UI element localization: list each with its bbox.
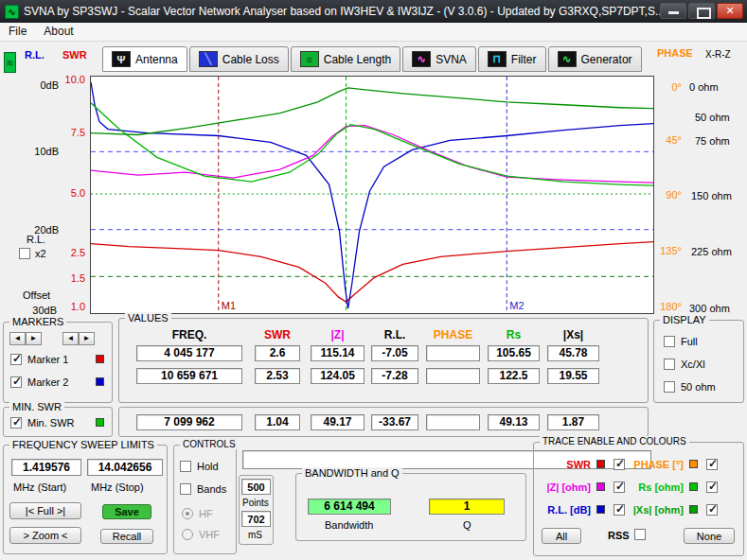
- marker1-label: Marker 1: [27, 354, 68, 365]
- trace-z-swatch[interactable]: [596, 482, 605, 491]
- trace-z-label: |Z| [ohm]: [538, 481, 591, 493]
- values-header-rl: R.L.: [371, 328, 418, 341]
- menu-file[interactable]: File: [0, 23, 35, 41]
- trace-plot: M1M2: [91, 77, 653, 313]
- zoom-button[interactable]: > Zoom <: [9, 527, 81, 544]
- values-header-phase: PHASE: [426, 328, 480, 341]
- rss-checkbox[interactable]: [634, 529, 646, 540]
- marker1-next-icon[interactable]: ►: [26, 332, 42, 345]
- display-xcxl-checkbox[interactable]: [664, 359, 675, 370]
- x2-checkbox[interactable]: [19, 248, 30, 259]
- app-icon: ∿: [5, 5, 19, 19]
- trace-phase-swatch[interactable]: [689, 460, 698, 468]
- db-tick-10: 10dB: [30, 146, 59, 157]
- bands-checkbox[interactable]: [180, 483, 191, 495]
- trace-phase-checkbox[interactable]: [706, 459, 718, 470]
- trace-xs-label: |Xs| [ohm]: [627, 504, 684, 516]
- db-tick-0: 0dB: [30, 79, 59, 91]
- tab-cable-loss[interactable]: ╲ Cable Loss: [189, 46, 289, 72]
- marker1-prev-icon[interactable]: ◄: [9, 332, 26, 345]
- min-swr-checkbox[interactable]: [10, 417, 22, 429]
- trace-enable-group: TRACE ENABLE AND COLOURS SWR PHASE [°] |…: [533, 442, 744, 556]
- min-swr-swr-value: 1.04: [255, 414, 300, 430]
- hold-label: Hold: [197, 461, 219, 472]
- swr-tick-1-5: 1.5: [59, 272, 85, 284]
- tab-svna[interactable]: ∿ SVNA: [402, 46, 476, 72]
- min-swr-values-group: 7 099 962 1.04 49.17 -33.67 49.13 1.87: [118, 407, 649, 437]
- tab-generator-label: Generator: [581, 53, 632, 66]
- swr-tick-5: 5.0: [59, 187, 85, 199]
- marker1-rs-value: 105.65: [488, 345, 540, 361]
- tab-cable-length[interactable]: ≡ Cable Length: [291, 46, 400, 72]
- trace-xs-checkbox[interactable]: [706, 504, 718, 516]
- sweep-limits-group: FREQUENCY SWEEP LIMITS MHz (Start) MHz (…: [3, 445, 168, 554]
- tab-svna-label: SVNA: [436, 53, 467, 66]
- values-header-xs: |Xs|: [547, 328, 599, 341]
- min-swr-group: MIN. SWR Min. SWR: [3, 407, 113, 437]
- display-50ohm-checkbox[interactable]: [664, 381, 675, 393]
- full-span-button[interactable]: |< Full >|: [9, 502, 81, 519]
- freq-stop-input[interactable]: [87, 459, 163, 476]
- svg-text:M1: M1: [222, 300, 236, 311]
- marker1-freq-value: 4 045 177: [136, 345, 242, 361]
- phase-tick-180: 180°: [655, 301, 682, 312]
- marker2-swr-value: 2.53: [255, 368, 300, 384]
- hf-radio[interactable]: [182, 508, 193, 519]
- trace-swr-swatch[interactable]: [596, 460, 605, 468]
- points-input[interactable]: [241, 479, 271, 495]
- trace-z-checkbox[interactable]: [614, 481, 625, 493]
- trace-phase-label: PHASE [°]: [627, 459, 684, 470]
- menu-about[interactable]: About: [35, 23, 81, 41]
- tab-antenna[interactable]: Ψ Antenna: [102, 46, 187, 72]
- marker2-freq-value: 10 659 671: [136, 368, 242, 384]
- trace-xs-swatch[interactable]: [689, 505, 698, 514]
- recall-button[interactable]: Recall: [100, 529, 153, 544]
- mini-chart-icon: ≋: [4, 52, 16, 73]
- marker1-z-value: 115.14: [311, 345, 365, 361]
- trace-rl-checkbox[interactable]: [614, 504, 625, 516]
- close-icon[interactable]: [717, 3, 743, 19]
- marker2-next-icon[interactable]: ►: [79, 332, 95, 345]
- min-swr-group-title: MIN. SWR: [9, 401, 64, 412]
- minimize-icon[interactable]: [660, 3, 686, 19]
- freq-start-input[interactable]: [11, 459, 81, 476]
- tab-filter[interactable]: ⊓ Filter: [478, 46, 546, 72]
- save-button[interactable]: Save: [102, 504, 151, 519]
- offset-label: Offset: [23, 289, 50, 301]
- maximize-icon[interactable]: [688, 3, 715, 19]
- sweep-time-unit-label: mS: [248, 530, 262, 540]
- generator-icon: ∿: [558, 51, 577, 67]
- marker1-checkbox[interactable]: [10, 354, 22, 365]
- trace-rl-swatch[interactable]: [596, 505, 605, 514]
- q-label: Q: [463, 519, 471, 531]
- marker2-rl-value: -7.28: [371, 368, 418, 384]
- trace-rs-checkbox[interactable]: [706, 481, 718, 493]
- trace-none-button[interactable]: None: [684, 528, 735, 544]
- trace-rl-label: R.L. [dB]: [538, 504, 591, 516]
- phase-tick-135: 135°: [655, 245, 682, 256]
- marker2-checkbox[interactable]: [10, 376, 22, 388]
- trace-swr-checkbox[interactable]: [614, 459, 625, 470]
- sweep-time-input[interactable]: [241, 511, 271, 527]
- right-axis-phase-label: PHASE: [657, 47, 693, 59]
- marker1-xs-value: 45.78: [547, 345, 599, 361]
- ohm-tick-0: 0 ohm: [689, 81, 719, 93]
- marker2-prev-icon[interactable]: ◄: [62, 332, 79, 345]
- hold-checkbox[interactable]: [180, 461, 191, 472]
- min-swr-label: Min. SWR: [27, 417, 75, 429]
- display-full-checkbox[interactable]: [664, 336, 675, 347]
- bandwidth-group: BANDWIDTH and Q 6 614 494 Bandwidth 1 Q: [295, 473, 526, 541]
- trace-enable-title: TRACE ENABLE AND COLOURS: [540, 436, 689, 446]
- bandwidth-label: Bandwidth: [325, 519, 373, 531]
- vhf-radio[interactable]: [182, 529, 193, 540]
- svna-window: ∿ SVNA by SP3SWJ - Scalar Vector Network…: [0, 0, 747, 560]
- trace-rs-swatch[interactable]: [689, 482, 698, 491]
- values-group-title: VALUES: [125, 312, 171, 324]
- trace-all-button[interactable]: All: [542, 528, 581, 544]
- chart-area: M1M2: [90, 76, 654, 314]
- tab-generator[interactable]: ∿ Generator: [548, 46, 642, 72]
- marker2-phase-value: [426, 368, 480, 384]
- marker2-label: Marker 2: [27, 376, 68, 388]
- marker1-phase-value: [426, 345, 480, 361]
- marker2-xs-value: 19.55: [547, 368, 599, 384]
